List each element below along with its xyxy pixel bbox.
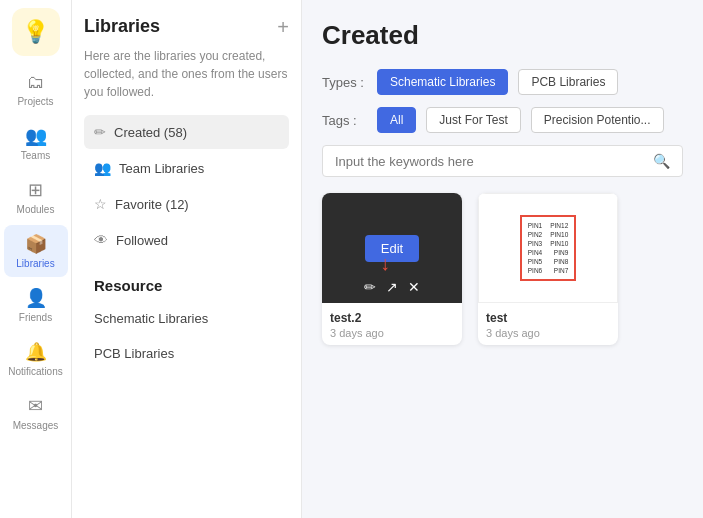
projects-icon: 🗂 (27, 72, 45, 93)
tag-just-for-test-button[interactable]: Just For Test (426, 107, 520, 133)
library-card-test: PIN1PIN2PIN3PIN4PIN5PIN6 PIN12PIN10PIN10… (478, 193, 618, 345)
eye-icon: 👁 (94, 232, 108, 248)
menu-item-team-libraries[interactable]: 👥 Team Libraries (84, 151, 289, 185)
pcb-diagram: PIN1PIN2PIN3PIN4PIN5PIN6 PIN12PIN10PIN10… (520, 215, 577, 282)
search-bar: 🔍 (322, 145, 683, 177)
teams-icon: 👥 (25, 125, 47, 147)
main-content: Created Types : Schematic Libraries PCB … (302, 0, 703, 518)
close-icon[interactable]: ✕ (408, 279, 420, 295)
card-time: 3 days ago (330, 327, 454, 339)
card-name: test.2 (330, 311, 454, 325)
library-card-test2: Edit ↓ ✏ ↗ ✕ test.2 3 days ago (322, 193, 462, 345)
card-edit-button[interactable]: Edit (365, 235, 419, 262)
menu-item-followed[interactable]: 👁 Followed (84, 223, 289, 257)
arrow-icon: ↓ (380, 252, 390, 275)
messages-icon: ✉ (28, 395, 43, 417)
schematic-libraries-label: Schematic Libraries (94, 311, 208, 326)
libraries-icon: 📦 (25, 233, 47, 255)
edit-icon: ✏ (94, 124, 106, 140)
sidebar-item-notifications[interactable]: 🔔 Notifications (4, 333, 68, 385)
page-title: Created (322, 20, 683, 51)
sidebar-item-friends[interactable]: 👤 Friends (4, 279, 68, 331)
pcb-right-pins: PIN12PIN10PIN10PIN9PIN8PIN7 (550, 221, 568, 276)
add-library-button[interactable]: + (277, 17, 289, 37)
tags-filter-row: Tags : All Just For Test Precision Poten… (322, 107, 683, 133)
menu-item-label: Favorite (12) (115, 197, 189, 212)
sidebar-item-label: Notifications (8, 366, 62, 377)
pencil-icon[interactable]: ✏ (364, 279, 376, 295)
sidebar-item-modules[interactable]: ⊞ Modules (4, 171, 68, 223)
star-icon: ☆ (94, 196, 107, 212)
card-info: test 3 days ago (478, 303, 618, 345)
search-input[interactable] (335, 154, 645, 169)
card-name: test (486, 311, 610, 325)
card-thumbnail-pcb: PIN1PIN2PIN3PIN4PIN5PIN6 PIN12PIN10PIN10… (478, 193, 618, 303)
friends-icon: 👤 (25, 287, 47, 309)
resource-pcb[interactable]: PCB Libraries (84, 337, 289, 370)
resource-schematic[interactable]: Schematic Libraries (84, 302, 289, 335)
sidebar-item-label: Libraries (16, 258, 54, 269)
modules-icon: ⊞ (28, 179, 43, 201)
icon-sidebar: 💡 🗂 Projects 👥 Teams ⊞ Modules 📦 Librari… (0, 0, 72, 518)
pcb-left-pins: PIN1PIN2PIN3PIN4PIN5PIN6 (528, 221, 542, 276)
menu-item-favorite[interactable]: ☆ Favorite (12) (84, 187, 289, 221)
menu-item-label: Team Libraries (119, 161, 204, 176)
card-thumbnail-dark: Edit ↓ ✏ ↗ ✕ (322, 193, 462, 303)
external-link-icon[interactable]: ↗ (386, 279, 398, 295)
menu-item-label: Created (58) (114, 125, 187, 140)
libraries-description: Here are the libraries you created, coll… (84, 47, 289, 101)
sidebar-item-libraries[interactable]: 📦 Libraries (4, 225, 68, 277)
tag-precision-button[interactable]: Precision Potentio... (531, 107, 664, 133)
pcb-libraries-label: PCB Libraries (94, 346, 174, 361)
card-info: test.2 3 days ago (322, 303, 462, 345)
schematic-type-button[interactable]: Schematic Libraries (377, 69, 508, 95)
types-filter-row: Types : Schematic Libraries PCB Librarie… (322, 69, 683, 95)
sidebar-item-messages[interactable]: ✉ Messages (4, 387, 68, 439)
sidebar-item-label: Messages (13, 420, 59, 431)
resource-section: Resource Schematic Libraries PCB Librari… (84, 277, 289, 370)
tag-all-button[interactable]: All (377, 107, 416, 133)
tags-label: Tags : (322, 113, 367, 128)
card-time: 3 days ago (486, 327, 610, 339)
pcb-type-button[interactable]: PCB Libraries (518, 69, 618, 95)
search-icon: 🔍 (653, 153, 670, 169)
libraries-title: Libraries (84, 16, 160, 37)
resource-title: Resource (84, 277, 289, 294)
types-label: Types : (322, 75, 367, 90)
notifications-icon: 🔔 (25, 341, 47, 363)
libraries-header: Libraries + (84, 16, 289, 37)
sidebar-item-teams[interactable]: 👥 Teams (4, 117, 68, 169)
menu-item-created[interactable]: ✏ Created (58) (84, 115, 289, 149)
app-logo: 💡 (12, 8, 60, 56)
sidebar-item-label: Modules (17, 204, 55, 215)
libraries-panel: Libraries + Here are the libraries you c… (72, 0, 302, 518)
team-icon: 👥 (94, 160, 111, 176)
card-action-bar: ✏ ↗ ✕ (364, 279, 420, 295)
sidebar-item-projects[interactable]: 🗂 Projects (4, 64, 68, 115)
sidebar-item-label: Teams (21, 150, 50, 161)
menu-item-label: Followed (116, 233, 168, 248)
sidebar-item-label: Projects (17, 96, 53, 107)
sidebar-item-label: Friends (19, 312, 52, 323)
cards-grid: Edit ↓ ✏ ↗ ✕ test.2 3 days ago PIN1PIN2P… (322, 193, 683, 345)
logo-icon: 💡 (22, 19, 49, 45)
